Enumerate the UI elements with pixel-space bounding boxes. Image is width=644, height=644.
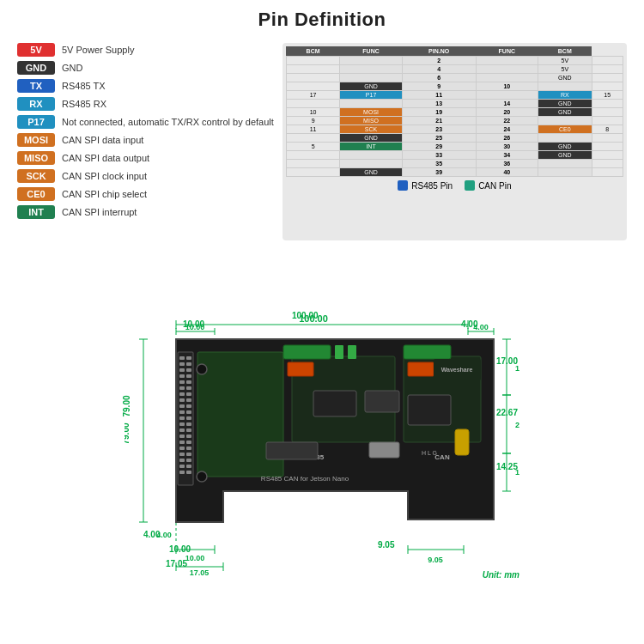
legend-text: GND (62, 63, 82, 73)
func-right (538, 168, 592, 177)
pin-table: BCM FUNC PIN.NO FUNC BCM 2 5V 4 5V 6 (286, 46, 623, 177)
dim-100: 100.00 (292, 311, 319, 320)
svg-rect-70 (179, 440, 185, 444)
bcm-left (286, 82, 340, 91)
func-right: RX (538, 91, 592, 100)
pin-no-right: 36 (476, 160, 538, 168)
svg-rect-60 (179, 380, 185, 384)
svg-rect-87 (186, 422, 191, 426)
svg-rect-73 (179, 459, 185, 462)
pin-no-left: 33 (402, 151, 476, 160)
pin-no-left: 9 (402, 82, 476, 91)
svg-rect-93 (186, 459, 191, 462)
bcm-right (592, 160, 623, 168)
pin-no-left: 25 (402, 134, 476, 143)
bcm-right: 15 (592, 91, 623, 100)
pin-row: 13 14 GND (286, 100, 623, 108)
bcm-left: 5 (286, 143, 340, 151)
func-left: P17 (340, 91, 402, 100)
dim-10-bottom: 10.00 (169, 544, 191, 554)
pin-no-right: 14 (476, 100, 538, 108)
bcm-left: 10 (286, 108, 340, 117)
bcm-right: 8 (592, 125, 623, 134)
svg-rect-62 (179, 392, 185, 396)
legend-text: CAN SPI data input (62, 135, 143, 145)
svg-text:10.00: 10.00 (185, 554, 205, 562)
pin-row: 9 MISO 21 22 (286, 117, 623, 125)
svg-rect-61 (179, 386, 185, 390)
func-right (538, 134, 592, 143)
svg-rect-83 (186, 398, 191, 402)
svg-rect-91 (186, 447, 191, 450)
svg-rect-58 (179, 368, 185, 372)
pin-no-right: 22 (476, 117, 538, 125)
svg-rect-48 (404, 345, 451, 359)
func-right: 5V (538, 57, 592, 65)
col-bcm-left: BCM (286, 46, 340, 57)
svg-rect-89 (186, 434, 191, 438)
bcm-right (592, 100, 623, 108)
dim-22: 22.67 (496, 408, 518, 417)
legend-badge: 5V (17, 43, 55, 57)
legend-text: RS485 RX (62, 99, 106, 109)
pin-row: 5 INT 29 30 GND (286, 143, 623, 151)
svg-rect-105 (266, 442, 318, 459)
col-bcm-right: BCM (538, 46, 592, 57)
pin-row: 6 GND (286, 74, 623, 82)
rs485-color (398, 180, 408, 191)
col-func-right: FUNC (476, 46, 538, 57)
pin-no-left: 13 (402, 100, 476, 108)
func-right: GND (538, 108, 592, 117)
pin-no-left: 39 (402, 168, 476, 177)
dim-9: 9.05 (378, 540, 394, 550)
pin-row: 11 SCK 23 24 CE0 8 (286, 125, 623, 134)
can-label: CAN Pin (478, 181, 511, 191)
legend-row: INTCAN SPI interrupt (17, 205, 274, 219)
legend-row: RXRS485 RX (17, 97, 274, 111)
pin-no-left: 21 (402, 117, 476, 125)
svg-rect-52 (365, 391, 399, 412)
svg-rect-57 (179, 362, 185, 366)
legend-text: CAN SPI interrupt (62, 207, 137, 217)
legend-row: MOSICAN SPI data input (17, 133, 274, 147)
svg-rect-80 (186, 380, 191, 384)
bcm-right (592, 117, 623, 125)
svg-rect-78 (186, 368, 191, 372)
svg-text:17.05: 17.05 (190, 568, 210, 575)
bcm-left (286, 168, 340, 177)
pin-no-right: 20 (476, 108, 538, 117)
svg-rect-84 (186, 404, 191, 408)
func-right: 5V (538, 65, 592, 74)
bcm-right (592, 57, 623, 65)
svg-rect-54 (455, 429, 469, 455)
pin-no-right: 10 (476, 82, 538, 91)
svg-rect-50 (408, 362, 434, 376)
bcm-left (286, 134, 340, 143)
pin-no-right (476, 74, 538, 82)
func-left: GND (340, 134, 402, 143)
legend-row: P17Not connected, automatic TX/RX contro… (17, 115, 274, 129)
svg-text:79.00: 79.00 (125, 422, 131, 444)
legend-row: 5V5V Power Supply (17, 43, 274, 57)
svg-rect-64 (179, 404, 185, 408)
pin-no-right (476, 91, 538, 100)
bcm-right (592, 143, 623, 151)
pin-no-left: 11 (402, 91, 476, 100)
bcm-right (592, 65, 623, 74)
pin-no-right: 40 (476, 168, 538, 177)
svg-text:H L G: H L G (422, 450, 437, 456)
legend-badge: TX (17, 79, 55, 93)
svg-point-102 (197, 471, 207, 482)
func-right: GND (538, 143, 592, 151)
pin-row: 4 5V (286, 65, 623, 74)
col-pinno: PIN.NO (402, 46, 476, 57)
svg-rect-56 (179, 356, 185, 360)
bcm-right (592, 108, 623, 117)
func-left (340, 65, 402, 74)
svg-rect-75 (179, 471, 185, 474)
legend-row: TXRS485 TX (17, 79, 274, 93)
can-legend: CAN Pin (465, 180, 511, 191)
func-left: MOSI (340, 108, 402, 117)
bcm-left (286, 74, 340, 82)
svg-rect-59 (179, 374, 185, 378)
